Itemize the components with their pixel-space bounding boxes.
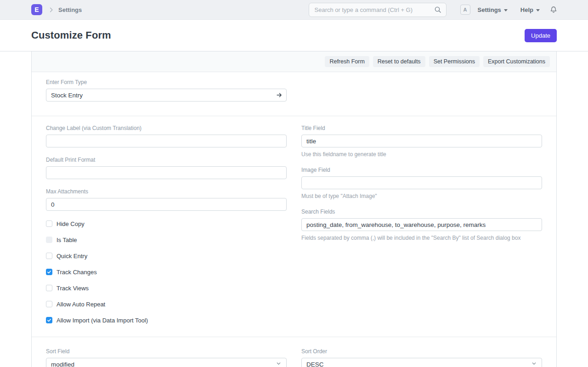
page-title: Customize Form: [31, 29, 525, 41]
sort-order-column: Sort Order DESC: [301, 348, 542, 367]
toolbar-button[interactable]: Reset to defaults: [373, 56, 425, 67]
sort-field-column: Sort Field modified: [46, 348, 287, 367]
sort-field-select[interactable]: modified: [46, 358, 287, 367]
title-field-help: Use this fieldname to generate title: [301, 151, 542, 158]
sort-order-value: DESC: [306, 361, 324, 367]
image-field-input[interactable]: [301, 176, 542, 189]
page-head: Customize Form Update: [0, 20, 588, 51]
checkbox: [46, 237, 52, 243]
field-default-print-format: Default Print Format: [46, 157, 287, 179]
search-input[interactable]: [309, 3, 447, 17]
checkbox-row[interactable]: Allow Auto Repeat: [46, 300, 287, 308]
checkbox-row[interactable]: Track Changes: [46, 268, 287, 276]
title-field-label: Title Field: [301, 125, 542, 131]
bell-icon[interactable]: [550, 6, 557, 14]
chevron-right-icon: [48, 6, 55, 13]
section-sort: Sort Field modified Sort Order DESC: [32, 337, 556, 367]
column-left: Change Label (via Custom Translation) De…: [46, 125, 287, 324]
checkbox-label: Allow Auto Repeat: [57, 301, 105, 308]
avatar[interactable]: A: [460, 5, 470, 15]
navbar: E Settings A Settings Help: [0, 0, 588, 20]
field-search-fields: Search Fields Fields separated by comma …: [301, 209, 542, 241]
max-attachments-input[interactable]: [46, 198, 287, 211]
image-field-label: Image Field: [301, 167, 542, 173]
settings-menu[interactable]: Settings: [478, 6, 508, 13]
form-toolbar-buttons: Refresh FormReset to defaultsSet Permiss…: [32, 51, 556, 72]
image-field-help: Must be of type "Attach Image": [301, 193, 542, 199]
search-fields-input[interactable]: [301, 218, 542, 231]
chevron-down-icon: [531, 361, 537, 367]
chevron-down-icon: [536, 9, 540, 11]
section-form-type: Enter Form Type: [32, 72, 556, 116]
title-field-input[interactable]: [301, 135, 542, 147]
help-menu[interactable]: Help: [520, 6, 540, 13]
chevron-down-icon: [504, 9, 508, 11]
change-label-input[interactable]: [46, 135, 287, 147]
field-title-field: Title Field Use this fieldname to genera…: [301, 125, 542, 158]
app-logo[interactable]: E: [31, 4, 42, 15]
checkbox-row[interactable]: Quick Entry: [46, 252, 287, 260]
change-label-label: Change Label (via Custom Translation): [46, 125, 287, 131]
sort-field-label: Sort Field: [46, 348, 287, 355]
checkbox[interactable]: [46, 301, 52, 307]
section-main: Change Label (via Custom Translation) De…: [32, 116, 556, 337]
search-fields-label: Search Fields: [301, 209, 542, 215]
checkbox-label: Allow Import (via Data Import Tool): [57, 317, 148, 324]
max-attachments-label: Max Attachments: [46, 188, 287, 195]
field-max-attachments: Max Attachments: [46, 188, 287, 211]
sort-order-select[interactable]: DESC: [301, 358, 542, 367]
form-type-control: [46, 89, 287, 102]
checkbox-label: Track Views: [57, 285, 89, 292]
breadcrumb[interactable]: Settings: [58, 6, 82, 13]
field-image-field: Image Field Must be of type "Attach Imag…: [301, 167, 542, 199]
global-search: [309, 3, 447, 17]
sort-order-label: Sort Order: [301, 348, 542, 355]
checkbox-row: Is Table: [46, 236, 287, 243]
checkbox-row[interactable]: Track Views: [46, 284, 287, 292]
default-print-format-label: Default Print Format: [46, 157, 287, 163]
checkbox[interactable]: [46, 317, 52, 323]
checkbox[interactable]: [46, 285, 52, 291]
default-print-format-input[interactable]: [46, 166, 287, 179]
search-fields-help: Fields separated by comma (,) will be in…: [301, 235, 542, 241]
toolbar-button[interactable]: Refresh Form: [325, 56, 369, 67]
toolbar-button[interactable]: Export Customizations: [483, 56, 550, 67]
settings-menu-label: Settings: [478, 6, 501, 13]
help-menu-label: Help: [520, 6, 533, 13]
form-type-input[interactable]: [46, 89, 287, 102]
form-type-label: Enter Form Type: [46, 79, 542, 85]
column-right: Title Field Use this fieldname to genera…: [301, 125, 542, 324]
checkbox-row[interactable]: Allow Import (via Data Import Tool): [46, 316, 287, 324]
form-card: Refresh FormReset to defaultsSet Permiss…: [31, 51, 557, 367]
checkbox[interactable]: [46, 220, 52, 227]
checkbox-label: Hide Copy: [57, 220, 85, 227]
update-button[interactable]: Update: [525, 29, 557, 42]
checkbox-label: Is Table: [57, 237, 77, 243]
field-change-label: Change Label (via Custom Translation): [46, 125, 287, 147]
link-arrow-icon[interactable]: [276, 92, 283, 98]
checkbox[interactable]: [46, 269, 52, 275]
checkbox-label: Quick Entry: [57, 253, 87, 260]
chevron-down-icon: [276, 361, 282, 367]
checkbox-label: Track Changes: [57, 269, 97, 276]
checkbox-list: Hide CopyIs TableQuick EntryTrack Change…: [46, 220, 287, 324]
search-icon: [434, 6, 441, 15]
toolbar-button[interactable]: Set Permissions: [429, 56, 480, 67]
checkbox-row[interactable]: Hide Copy: [46, 220, 287, 227]
checkbox[interactable]: [46, 253, 52, 259]
sort-field-value: modified: [51, 361, 74, 367]
